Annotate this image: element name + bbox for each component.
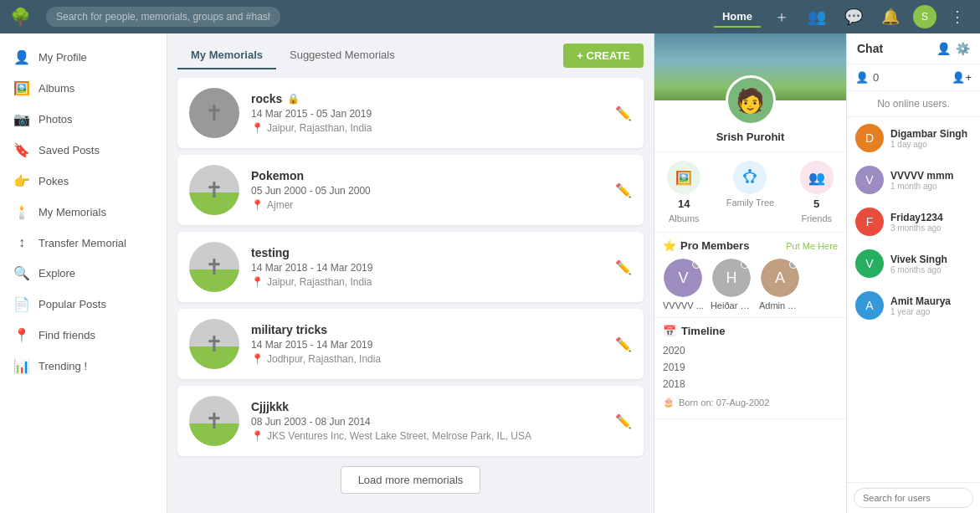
chat-user-avatar: V [855, 249, 884, 278]
chat-user-name: Vivek Singh [890, 254, 972, 265]
sidebar-label-albums: Albums [38, 82, 74, 95]
edit-icon[interactable]: ✏️ [615, 259, 632, 275]
cross-icon: ✝ [205, 100, 223, 126]
tab-my-memorials[interactable]: My Memorials [177, 42, 276, 69]
svg-line-5 [745, 172, 750, 174]
more-options-icon[interactable]: ⋮ [945, 8, 970, 26]
memorial-location: 📍JKS Ventures Inc, West Lake Street, Mel… [251, 430, 603, 442]
pro-members-row: V VVVVV ... H Heiðar Sk... A Admin Tml [663, 259, 838, 310]
edit-icon[interactable]: ✏️ [615, 182, 632, 198]
main-content: My Memorials Suggested Memorials + CREAT… [167, 33, 654, 513]
memorial-info: Pokemon 05 Jun 2000 - 05 Jun 2000 📍Ajmer [251, 169, 603, 211]
chat-user-name: Amit Maurya [890, 295, 972, 307]
pro-member-name: Heiðar Sk... [711, 300, 752, 310]
chat-user[interactable]: V Vivek Singh 6 months ago [847, 243, 980, 285]
edit-icon[interactable]: ✏️ [615, 336, 632, 352]
sidebar-item-pokes[interactable]: 👉 Pokes [0, 166, 167, 197]
sidebar-item-explore[interactable]: 🔍 Explore [0, 258, 167, 289]
add-friend-icon[interactable]: 👤 [936, 42, 951, 55]
sidebar-item-popular-posts[interactable]: 📄 Popular Posts [0, 289, 167, 320]
chat-user[interactable]: D Digambar Singh 1 day ago [847, 117, 980, 159]
edit-icon[interactable]: ✏️ [615, 105, 632, 121]
chat-user-info: Amit Maurya 1 year ago [890, 295, 972, 316]
create-button[interactable]: + CREATE [563, 44, 644, 68]
sidebar-item-trending[interactable]: 📊 Trending ! [0, 351, 167, 382]
sidebar-item-photos[interactable]: 📷 Photos [0, 104, 167, 135]
svg-point-2 [753, 174, 757, 177]
chat-user[interactable]: A Amit Maurya 1 year ago [847, 285, 980, 326]
sidebar-item-saved-posts[interactable]: 🔖 Saved Posts [0, 135, 167, 166]
timeline-year[interactable]: 2019 [663, 359, 838, 376]
memorial-name: military tricks [251, 323, 603, 336]
chat-user-info: Digambar Singh 1 day ago [890, 128, 972, 149]
pro-member-avatar: A [761, 259, 799, 297]
sidebar-item-my-profile[interactable]: 👤 My Profile [0, 42, 167, 73]
left-sidebar: 👤 My Profile🖼️ Albums📷 Photos🔖 Saved Pos… [0, 33, 167, 513]
add-icon[interactable]: ＋ [769, 7, 794, 27]
chat-user[interactable]: F Friday1234 3 months ago [847, 201, 980, 243]
cake-icon: 🎂 [663, 397, 675, 408]
memorial-location: 📍Jaipur, Rajasthan, India [251, 276, 603, 288]
chat-user-avatar: D [855, 124, 884, 152]
timeline-year[interactable]: 2020 [663, 342, 838, 359]
memorial-info: military tricks 14 Mar 2015 - 14 Mar 201… [251, 323, 603, 365]
edit-icon[interactable]: ✏️ [615, 413, 632, 429]
memorial-avatar: ✝ [189, 396, 239, 446]
pro-members-header: ⭐ Pro Members Put Me Here [663, 239, 838, 252]
chat-user-time: 3 months ago [890, 223, 972, 233]
pro-member[interactable]: V VVVVV ... [663, 259, 704, 310]
chat-panel: Chat 👤 ⚙️ 👤 0 👤+ No online users. D Diga… [846, 33, 980, 513]
friends-icon[interactable]: 👥 [803, 8, 831, 26]
put-me-here-link[interactable]: Put Me Here [786, 241, 838, 251]
memorial-location: 📍Ajmer [251, 199, 603, 211]
chat-user-name: Friday1234 [890, 212, 972, 223]
svg-point-3 [746, 180, 749, 183]
stat-family-tree[interactable]: Family Tree [726, 161, 774, 223]
profile-name: Srish Purohit [716, 131, 785, 143]
svg-point-0 [748, 169, 752, 172]
tab-bar: My Memorials Suggested Memorials + CREAT… [177, 42, 644, 69]
pro-member[interactable]: H Heiðar Sk... [711, 259, 752, 310]
messages-icon[interactable]: 💬 [839, 8, 868, 26]
sidebar-icon-explore: 🔍 [13, 265, 30, 281]
lock-icon: 🔒 [287, 93, 300, 105]
chat-search-input[interactable] [854, 488, 973, 508]
chat-user[interactable]: V VVVVV mmm 1 month ago [847, 159, 980, 201]
pro-member[interactable]: A Admin Tml [759, 259, 801, 310]
chat-settings-icon[interactable]: ⚙️ [956, 42, 970, 55]
sidebar-item-transfer-memorial[interactable]: ↕️ Transfer Memorial [0, 228, 167, 258]
friends-label: Friends [801, 213, 832, 223]
sidebar-item-find-friends[interactable]: 📍 Find friends [0, 320, 167, 351]
sidebar-label-explore: Explore [38, 267, 75, 280]
timeline-year[interactable]: 2018 [663, 376, 838, 392]
memorial-location: 📍Jodhpur, Rajasthan, India [251, 353, 603, 365]
home-nav-item[interactable]: Home [714, 7, 761, 28]
search-input[interactable] [46, 7, 280, 27]
pro-member-name: VVVVV ... [663, 300, 704, 310]
stat-albums[interactable]: 🖼️ 14 Albums [667, 161, 700, 223]
chat-search [847, 482, 980, 513]
stat-friends[interactable]: 👥 5 Friends [800, 161, 834, 223]
avatar[interactable]: S [913, 5, 936, 28]
friends-stat-icon: 👥 [800, 161, 834, 194]
profile-avatar[interactable]: 🧑 [726, 75, 776, 126]
chat-user-time: 1 day ago [890, 140, 972, 149]
sidebar-item-my-memorials[interactable]: 🕯️ My Memorials [0, 197, 167, 228]
chat-user-info: Vivek Singh 6 months ago [890, 254, 972, 274]
logo-icon[interactable]: 🌳 [10, 7, 31, 27]
timeline-header: 📅 Timeline [663, 325, 838, 337]
online-count: 👤 0 [855, 71, 879, 84]
main-layout: 👤 My Profile🖼️ Albums📷 Photos🔖 Saved Pos… [0, 33, 980, 513]
load-more-button[interactable]: Load more memorials [341, 466, 481, 494]
memorial-info: rocks 🔒 14 Mar 2015 - 05 Jan 2019 📍Jaipu… [251, 92, 603, 134]
invite-icon[interactable]: 👤+ [952, 71, 972, 84]
online-dot [741, 260, 749, 269]
sidebar-item-albums[interactable]: 🖼️ Albums [0, 73, 167, 104]
sidebar-label-popular-posts: Popular Posts [38, 298, 106, 310]
svg-line-6 [750, 172, 755, 174]
notifications-icon[interactable]: 🔔 [876, 8, 905, 26]
tab-suggested-memorials[interactable]: Suggested Memorials [276, 42, 408, 69]
chat-user-info: Friday1234 3 months ago [890, 212, 972, 233]
pro-member-avatar: V [664, 259, 702, 297]
svg-point-1 [743, 174, 747, 177]
